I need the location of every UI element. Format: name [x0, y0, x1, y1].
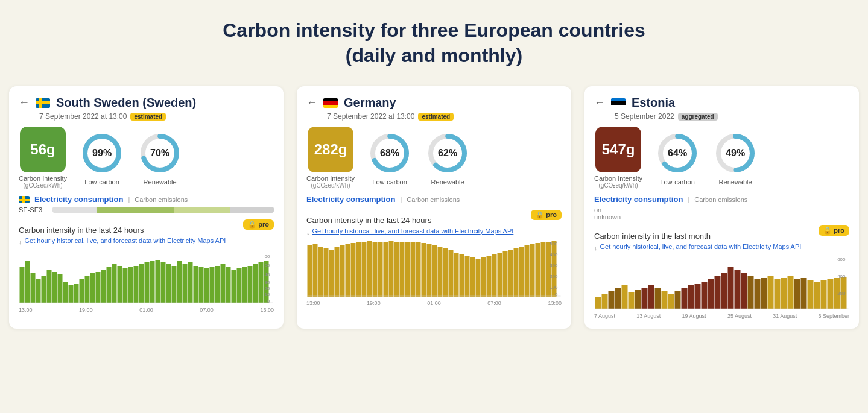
- svg-rect-103: [530, 244, 535, 297]
- renewable-label-sweden: Renewable: [144, 178, 177, 186]
- svg-text:400: 400: [837, 274, 846, 279]
- pro-section-estonia: Carbon intensity in the last month ↓ Get…: [594, 225, 849, 255]
- back-arrow-germany[interactable]: ←: [306, 96, 317, 109]
- svg-text:400: 400: [550, 252, 558, 257]
- svg-rect-7: [36, 279, 41, 303]
- svg-text:20: 20: [265, 286, 270, 291]
- svg-rect-149: [794, 279, 800, 309]
- svg-rect-121: [609, 291, 615, 309]
- svg-rect-76: [384, 242, 388, 297]
- svg-rect-69: [346, 244, 350, 297]
- svg-rect-15: [80, 279, 84, 303]
- elec-label-estonia[interactable]: Electricity consumption: [594, 195, 683, 204]
- svg-rect-123: [622, 285, 628, 309]
- carbon-intensity-sweden: 56g Carbon Intensity (gCO₂eq/kWh): [19, 127, 67, 189]
- svg-rect-21: [112, 264, 117, 303]
- carbon-label-estonia: Carbon Intensity: [594, 175, 642, 182]
- svg-rect-23: [123, 268, 128, 303]
- elec-header-sweden: Electricity consumption | Carbon emissio…: [19, 195, 274, 204]
- page-title: Carbon intensity for three European coun…: [0, 0, 868, 80]
- svg-rect-44: [237, 268, 242, 303]
- panel-date-sweden: 7 September 2022 at 13:00 estimated: [39, 112, 274, 121]
- svg-rect-63: [313, 244, 318, 297]
- carbon-emissions-link-estonia[interactable]: Carbon emissions: [694, 196, 747, 203]
- svg-rect-16: [85, 276, 90, 303]
- renewable-value-germany: 62%: [438, 148, 457, 159]
- svg-rect-34: [183, 264, 188, 303]
- renewable-estonia: 49% Renewable: [712, 130, 758, 186]
- donut-renewable-estonia: 49%: [712, 130, 758, 176]
- svg-rect-13: [69, 285, 74, 303]
- renewable-value-estonia: 49%: [726, 148, 745, 159]
- pro-link-sweden[interactable]: Get hourly historical, live, and forecas…: [25, 237, 226, 244]
- svg-rect-85: [432, 245, 437, 297]
- svg-rect-62: [308, 245, 312, 297]
- svg-rect-135: [702, 282, 708, 309]
- pro-link-germany[interactable]: Get hourly historical, live, and forecas…: [312, 227, 514, 235]
- svg-text:50: 50: [265, 263, 270, 268]
- svg-rect-88: [449, 250, 454, 297]
- svg-rect-104: [536, 243, 540, 297]
- svg-rect-4: [20, 267, 25, 303]
- renewable-value-sweden: 70%: [150, 148, 169, 159]
- low-carbon-estonia: 64% Low-carbon: [654, 130, 700, 186]
- low-carbon-label-sweden: Low-carbon: [84, 178, 119, 186]
- carbon-emissions-link-sweden[interactable]: Carbon emissions: [135, 196, 188, 203]
- flag-germany: [323, 98, 338, 108]
- back-arrow-estonia[interactable]: ←: [594, 96, 605, 109]
- pro-badge-germany[interactable]: 🔒 pro: [531, 210, 562, 220]
- svg-rect-29: [156, 260, 160, 303]
- flag-sweden-small: [19, 196, 30, 203]
- svg-rect-138: [721, 273, 727, 309]
- svg-rect-36: [194, 266, 198, 303]
- svg-rect-37: [199, 267, 204, 303]
- svg-text:200: 200: [837, 291, 846, 296]
- chart-x-labels-estonia: 7 August13 August19 August25 August31 Au…: [594, 313, 849, 319]
- svg-rect-145: [768, 276, 774, 309]
- svg-rect-24: [128, 267, 133, 303]
- svg-rect-33: [177, 261, 182, 303]
- svg-rect-20: [107, 267, 112, 303]
- svg-text:200: 200: [550, 274, 558, 279]
- svg-rect-133: [688, 285, 694, 309]
- svg-rect-72: [362, 242, 367, 297]
- carbon-box-sweden: 56g: [20, 127, 66, 172]
- svg-rect-152: [814, 282, 820, 309]
- svg-rect-71: [356, 242, 361, 297]
- pro-link-estonia[interactable]: Get hourly historical, live, and forecas…: [600, 243, 802, 250]
- svg-rect-89: [454, 253, 459, 297]
- carbon-sublabel-germany: (gCO₂eq/kWh): [311, 182, 350, 189]
- elec-label-germany[interactable]: Electricity consumption: [306, 195, 395, 204]
- elec-header-estonia: Electricity consumption | Carbon emissio…: [594, 195, 849, 204]
- renewable-germany: 62% Renewable: [425, 130, 470, 186]
- low-carbon-label-germany: Low-carbon: [372, 178, 407, 186]
- flag-sweden: [36, 98, 50, 108]
- svg-text:600: 600: [837, 257, 846, 262]
- low-carbon-value-germany: 68%: [380, 148, 399, 159]
- panel-sweden: ← South Sweden (Sweden) 7 September 2022…: [9, 86, 284, 329]
- svg-rect-147: [781, 278, 787, 309]
- svg-rect-90: [460, 254, 464, 297]
- carbon-intensity-estonia: 547g Carbon Intensity (gCO₂eq/kWh): [594, 127, 642, 189]
- svg-rect-122: [615, 288, 621, 309]
- svg-rect-80: [405, 242, 410, 297]
- svg-rect-119: [595, 297, 601, 309]
- svg-rect-140: [735, 270, 741, 309]
- carbon-emissions-link-germany[interactable]: Carbon emissions: [407, 196, 460, 203]
- svg-rect-42: [226, 267, 231, 303]
- carbon-box-germany: 282g: [308, 127, 353, 172]
- pro-badge-estonia[interactable]: 🔒 pro: [819, 225, 849, 236]
- carbon-label-germany: Carbon Intensity: [306, 175, 355, 182]
- svg-text:40: 40: [265, 272, 270, 277]
- low-carbon-sweden: 99% Low-carbon: [79, 130, 125, 186]
- pro-section-sweden: Carbon intensity in the last 24 hours ↓ …: [19, 219, 274, 249]
- country-name-estonia: Estonia: [632, 96, 675, 110]
- svg-rect-77: [389, 241, 394, 297]
- pro-badge-sweden[interactable]: 🔒 pro: [243, 219, 274, 230]
- svg-rect-95: [487, 256, 492, 297]
- carbon-sublabel-estonia: (gCO₂eq/kWh): [598, 182, 638, 189]
- back-arrow-sweden[interactable]: ←: [19, 96, 30, 109]
- chart-title-germany: Carbon intensity in the last 24 hours: [306, 216, 531, 225]
- svg-rect-12: [63, 282, 68, 303]
- elec-label-sweden[interactable]: Electricity consumption: [34, 195, 123, 204]
